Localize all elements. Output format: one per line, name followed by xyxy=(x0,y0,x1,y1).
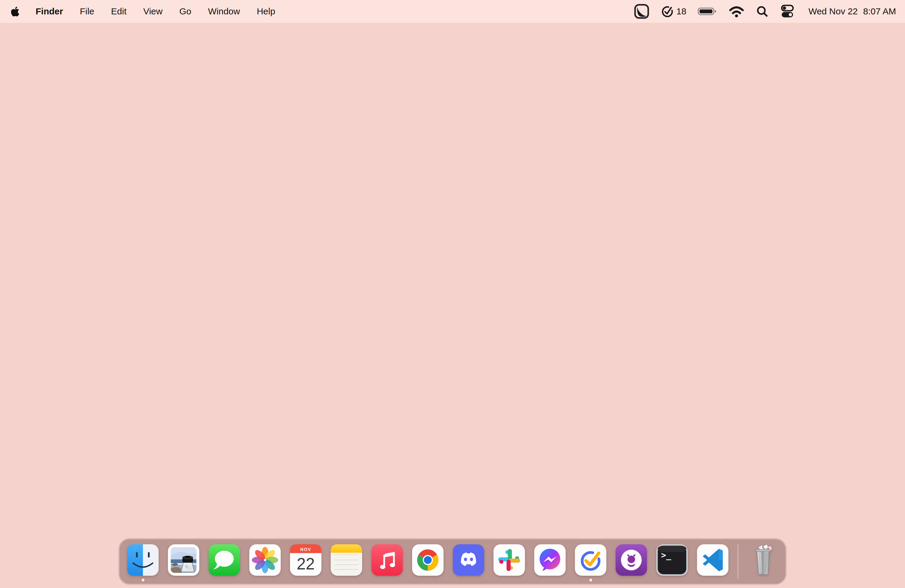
control-center-icon xyxy=(780,3,795,19)
desktop: { "colors": { "desktop_bg": "#f6d2cd", "… xyxy=(0,0,905,588)
menu-help[interactable]: Help xyxy=(257,6,275,16)
dock-item-terminal[interactable]: >_ xyxy=(656,544,688,576)
dock-item-chrome[interactable] xyxy=(412,544,443,576)
notes-icon xyxy=(331,544,362,576)
messages-icon xyxy=(209,544,240,576)
wifi-status[interactable] xyxy=(728,5,745,17)
ticktick-icon xyxy=(575,544,607,576)
running-indicator xyxy=(141,579,144,582)
messenger-icon xyxy=(534,544,566,576)
menu-edit[interactable]: Edit xyxy=(111,6,127,16)
dock-item-messenger[interactable] xyxy=(534,544,566,576)
battery-icon xyxy=(698,7,717,16)
dock-item-trash[interactable] xyxy=(748,544,779,576)
calendar-icon: NOV 22 xyxy=(290,544,321,576)
running-indicator xyxy=(589,579,592,582)
apple-menu[interactable] xyxy=(11,6,19,17)
peel-ribbon-icon xyxy=(634,3,649,19)
menu-extra-app[interactable] xyxy=(634,3,649,19)
wifi-icon xyxy=(728,5,745,17)
photos-icon xyxy=(249,544,281,576)
dock-item-preview[interactable] xyxy=(168,544,199,576)
menu-file[interactable]: File xyxy=(80,6,94,16)
music-icon xyxy=(372,544,403,576)
dock-item-calendar[interactable]: NOV 22 xyxy=(290,544,321,576)
preview-icon xyxy=(168,544,199,576)
ticktick-menu-extra[interactable]: 18 xyxy=(661,5,686,18)
control-center[interactable] xyxy=(780,3,795,19)
dock-item-messages[interactable] xyxy=(209,544,240,576)
finder-icon xyxy=(127,544,159,576)
trash-full-icon xyxy=(748,544,779,576)
menu-view[interactable]: View xyxy=(143,6,162,16)
clock-date: Wed Nov 22 xyxy=(808,6,858,16)
ticktick-badge-count: 18 xyxy=(676,6,686,16)
search-icon xyxy=(756,5,768,17)
dock-item-finder[interactable] xyxy=(127,544,159,576)
spotlight[interactable] xyxy=(756,5,768,17)
chrome-icon xyxy=(412,544,443,576)
slack-icon xyxy=(494,544,525,576)
app-menu-finder[interactable]: Finder xyxy=(36,6,63,16)
dock-item-ticktick[interactable] xyxy=(575,544,607,576)
apple-logo-icon xyxy=(11,6,19,17)
terminal-icon: >_ xyxy=(656,544,688,576)
battery-status[interactable] xyxy=(698,7,717,16)
discord-icon xyxy=(453,544,484,576)
dock-item-slack[interactable] xyxy=(494,544,525,576)
dock-item-music[interactable] xyxy=(372,544,403,576)
github-icon xyxy=(616,544,647,576)
dock-item-github[interactable] xyxy=(616,544,647,576)
calendar-month-label: NOV xyxy=(300,547,311,552)
menu-go[interactable]: Go xyxy=(179,6,191,16)
dock-item-notes[interactable] xyxy=(331,544,362,576)
dock-divider xyxy=(738,544,738,579)
dock-item-discord[interactable] xyxy=(453,544,484,576)
menu-bar: Finder File Edit View Go Window Help 18 xyxy=(0,0,905,23)
clock-time: 8:07 AM xyxy=(863,6,896,16)
menu-bar-clock[interactable]: Wed Nov 22 8:07 AM xyxy=(808,6,896,16)
circle-check-icon xyxy=(661,5,675,18)
calendar-day-label: 22 xyxy=(297,555,315,573)
vscode-icon xyxy=(697,544,729,576)
terminal-prompt-glyph: >_ xyxy=(661,550,672,560)
dock: NOV 22 xyxy=(119,539,786,585)
dock-item-vscode[interactable] xyxy=(697,544,729,576)
dock-item-photos[interactable] xyxy=(249,544,281,576)
menu-window[interactable]: Window xyxy=(208,6,240,16)
